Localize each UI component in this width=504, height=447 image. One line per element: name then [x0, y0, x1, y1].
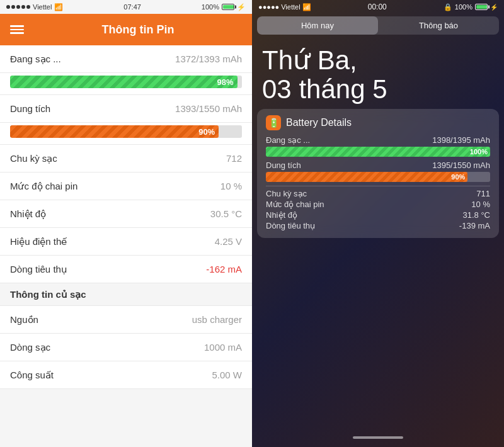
dung-tich-value: 1393/1550 mAh	[175, 103, 242, 114]
widget-chu-ky-label: Chu kỳ sạc	[266, 189, 307, 198]
charger-section-header: Thông tin củ sạc	[0, 283, 252, 306]
widget-header: 🔋 Battery Details	[266, 115, 490, 130]
dang-sac-progress-bg: 98%	[10, 76, 242, 88]
charger-section-title: Thông tin củ sạc	[10, 289, 86, 300]
chu-ky-sac-row: Chu kỳ sạc 712	[0, 145, 252, 173]
dong-sac-row: Dòng sạc 1000 mA	[0, 334, 252, 361]
date-line1: Thứ Ba,	[262, 46, 494, 75]
battery-area-left: 100% ⚡	[202, 3, 246, 11]
tab-hom-nay[interactable]: Hôm nay	[257, 16, 378, 35]
status-bar-left: Viettel 📶 07:47 100% ⚡	[0, 0, 252, 14]
tabs-row: Hôm nay Thông báo	[257, 16, 499, 35]
widget-dang-sac-progress-bg: 100%	[266, 147, 490, 157]
widget-nhiet-do-value: 31.8 °C	[462, 210, 490, 220]
date-section: Thứ Ba, 03 tháng 5	[252, 40, 504, 109]
dong-tieu-thu-row: Dòng tiêu thụ -162 mA	[0, 256, 252, 283]
cong-suat-value: 5.00 W	[212, 370, 242, 380]
lightning-icon-left: ⚡	[237, 3, 246, 11]
widget-nhiet-do-label: Nhiệt độ	[266, 210, 297, 220]
dang-sac-progress-container: 98%	[0, 73, 252, 95]
app-header: Thông tin Pin	[0, 14, 252, 45]
signal-dots-left	[6, 5, 30, 9]
status-bar-right: ●●●●● Viettel 📶 00:00 🔒 100% ⚡	[252, 0, 504, 14]
hamburger-line-3	[10, 32, 24, 34]
widget-icon: 🔋	[266, 115, 281, 130]
battery-percent-right: 100%	[455, 3, 472, 11]
home-bar	[353, 436, 403, 439]
dung-tich-progress-fill: 90%	[10, 125, 219, 138]
signal-dot-1	[6, 5, 10, 9]
widget-chu-ky-value: 711	[476, 189, 490, 198]
muc-do-chai-value: 10 %	[220, 181, 242, 191]
dang-sac-value: 1372/1393 mAh	[175, 54, 242, 64]
battery-widget: 🔋 Battery Details Đang sạc ... 1398/1395…	[257, 109, 499, 238]
battery-percent-left: 100%	[202, 3, 219, 11]
signal-dot-4	[21, 5, 25, 9]
widget-dang-sac-label: Đang sạc ...	[266, 135, 310, 145]
widget-dang-sac-row: Đang sạc ... 1398/1395 mAh	[266, 135, 490, 145]
carrier-info-right: ●●●●● Viettel 📶	[258, 3, 311, 11]
muc-do-chai-row: Mức độ chai pin 10 %	[0, 173, 252, 200]
time-right: 00:00	[368, 3, 387, 11]
battery-fill-left	[223, 5, 234, 9]
widget-muc-do-value: 10 %	[471, 200, 490, 209]
dang-sac-progress-fill: 98%	[10, 76, 238, 88]
battery-icon-right	[475, 4, 488, 10]
nguon-row: Nguồn usb charger	[0, 306, 252, 334]
dung-tich-label: Dung tích	[10, 103, 50, 114]
widget-dung-tich-progress-fill: 90%	[266, 172, 467, 182]
nguon-label: Nguồn	[10, 314, 38, 325]
time-left: 07:47	[123, 3, 141, 11]
content-left: Đang sạc ... 1372/1393 mAh 98% Dung tích…	[0, 45, 252, 447]
carrier-info-left: Viettel 📶	[6, 3, 63, 11]
chu-ky-sac-value: 712	[226, 153, 242, 164]
chu-ky-sac-label: Chu kỳ sạc	[10, 153, 57, 164]
widget-dang-sac-progress-fill: 100%	[266, 147, 490, 157]
widget-title: Battery Details	[286, 117, 352, 128]
dung-tich-progress-label: 90%	[198, 127, 215, 137]
signal-dot-2	[11, 5, 15, 9]
battery-icon-left	[222, 4, 234, 10]
wifi-icon-right: 📶	[302, 3, 311, 11]
right-panel: ●●●●● Viettel 📶 00:00 🔒 100% ⚡ Hôm nay T…	[252, 0, 504, 447]
dang-sac-progress-label: 98%	[217, 77, 234, 87]
widget-muc-do-row: Mức độ chai pin 10 %	[266, 200, 490, 209]
dong-sac-label: Dòng sạc	[10, 342, 50, 353]
widget-dong-tieu-thu-value: -139 mA	[459, 221, 490, 230]
widget-dung-tich-progress-bg: 90%	[266, 172, 490, 182]
battery-fill-right	[476, 5, 487, 9]
date-line2: 03 tháng 5	[262, 75, 494, 104]
lightning-icon-right: ⚡	[490, 4, 498, 11]
hieu-dien-the-label: Hiệu điện thế	[10, 236, 67, 247]
carrier-name-right: Viettel	[281, 3, 300, 11]
hieu-dien-the-value: 4.25 V	[215, 236, 242, 247]
dong-sac-value: 1000 mA	[204, 342, 242, 353]
home-indicator[interactable]	[252, 428, 504, 447]
dong-tieu-thu-label: Dòng tiêu thụ	[10, 264, 67, 275]
widget-muc-do-label: Mức độ chai pin	[266, 200, 324, 209]
widget-dong-tieu-thu-label: Dòng tiêu thụ	[266, 221, 315, 230]
battery-area-right: 🔒 100% ⚡	[444, 3, 498, 11]
hamburger-menu[interactable]	[10, 25, 24, 34]
dung-tich-row: Dung tích 1393/1550 mAh	[0, 95, 252, 123]
tab-thong-bao[interactable]: Thông báo	[378, 16, 499, 35]
battery-widget-icon: 🔋	[268, 118, 279, 128]
dung-tich-progress-bg: 90%	[10, 125, 242, 138]
widget-dung-tich-value: 1395/1550 mAh	[432, 161, 490, 170]
nhiet-do-row: Nhiệt độ 30.5 °C	[0, 200, 252, 228]
signal-dot-3	[16, 5, 20, 9]
cong-suat-label: Công suất	[10, 370, 54, 381]
nguon-value: usb charger	[192, 314, 242, 325]
nhiet-do-label: Nhiệt độ	[10, 208, 46, 220]
dong-tieu-thu-value: -162 mA	[206, 264, 242, 274]
nhiet-do-value: 30.5 °C	[210, 208, 242, 219]
widget-dung-tich-label: Dung tích	[266, 161, 301, 170]
dung-tich-progress-container: 90%	[0, 123, 252, 145]
signal-icon-right: ●●●●●	[258, 3, 279, 11]
muc-do-chai-label: Mức độ chai pin	[10, 181, 77, 192]
widget-dung-tich-row: Dung tích 1395/1550 mAh	[266, 161, 490, 170]
signal-dot-5	[26, 5, 30, 9]
widget-dang-sac-progress-label: 100%	[470, 148, 488, 156]
cong-suat-row: Công suất 5.00 W	[0, 361, 252, 389]
dang-sac-row: Đang sạc ... 1372/1393 mAh	[0, 45, 252, 73]
